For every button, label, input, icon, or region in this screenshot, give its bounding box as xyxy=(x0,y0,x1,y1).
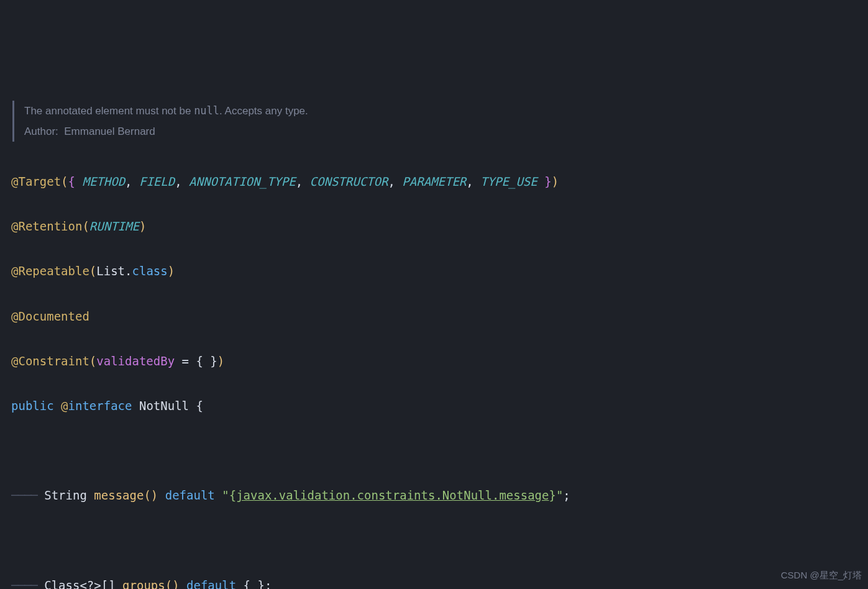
javadoc-top: The annotated element must not be null. … xyxy=(12,101,857,142)
fold-icon[interactable]: ──── xyxy=(11,578,37,589)
line-decl: public @interface NotNull { xyxy=(11,395,857,417)
javadoc-author: Author: Emmanuel Bernard xyxy=(24,122,857,142)
line-documented: @Documented xyxy=(11,305,857,327)
javadoc-description: The annotated element must not be null. … xyxy=(24,101,857,121)
watermark: CSDN @星空_灯塔 xyxy=(781,567,862,585)
line-target: @Target({ METHOD, FIELD, ANNOTATION_TYPE… xyxy=(11,170,857,193)
line-repeatable: @Repeatable(List.class) xyxy=(11,260,857,282)
blank-1 xyxy=(11,439,857,462)
javadoc-code-null: null xyxy=(194,104,219,117)
fold-icon[interactable]: ──── xyxy=(11,488,37,502)
line-message: ──── String message() default "{javax.va… xyxy=(11,484,857,506)
line-groups: ──── Class<?>[] groups() default { }; xyxy=(11,574,857,589)
line-constraint: @Constraint(validatedBy = { }) xyxy=(11,350,857,372)
line-retention: @Retention(RUNTIME) xyxy=(11,215,857,237)
blank-2 xyxy=(11,529,857,552)
message-key-link[interactable]: javax.validation.constraints.NotNull.mes… xyxy=(236,488,549,502)
